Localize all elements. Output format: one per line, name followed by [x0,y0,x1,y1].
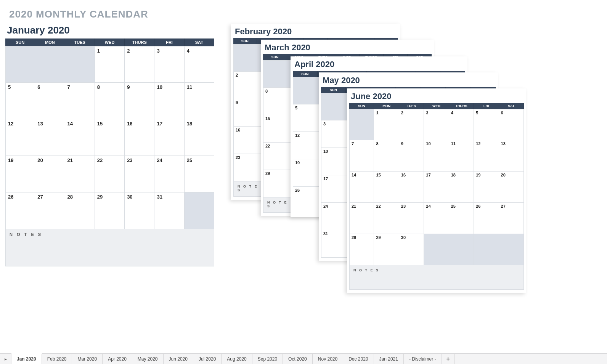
sheet-tab[interactable]: Oct 2020 [283,354,313,364]
calendar-cell[interactable]: 17 [424,172,449,203]
sheet-tab[interactable]: May 2020 [132,354,164,364]
calendar-cell[interactable]: 19 [474,172,499,203]
calendar-cell[interactable]: 15 [95,119,125,156]
calendar-cell[interactable]: 25 [185,156,214,192]
calendar-cell[interactable] [424,234,449,265]
calendar-cell[interactable]: 5 [5,83,35,119]
calendar-cell[interactable]: 16 [233,127,263,154]
calendar-cell[interactable]: 24 [424,203,449,234]
calendar-cell[interactable]: 13 [35,119,65,156]
sheet-tab[interactable]: Jan 2020 [11,353,42,364]
calendar-cell[interactable]: 22 [95,156,125,192]
calendar-cell[interactable]: 23 [125,156,154,192]
calendar-cell[interactable]: 26 [293,187,323,214]
calendar-cell[interactable] [449,234,474,265]
calendar-cell[interactable]: 5 [474,109,499,140]
calendar-cell[interactable]: 30 [399,234,424,265]
calendar-cell[interactable]: 7 [349,140,374,172]
calendar-cell[interactable]: 29 [263,170,293,197]
calendar-cell[interactable] [185,192,214,229]
calendar-cell[interactable] [321,93,351,120]
calendar-cell[interactable]: 26 [5,192,35,229]
calendar-cell[interactable]: 21 [349,203,374,234]
calendar-cell[interactable]: 22 [374,203,399,234]
calendar-cell[interactable]: 28 [349,234,374,265]
calendar-cell[interactable]: 8 [374,140,399,172]
sheet-tab[interactable]: Feb 2020 [42,354,72,364]
calendar-cell[interactable]: 1 [95,46,125,83]
calendar-cell[interactable]: 3 [321,120,351,148]
calendar-cell[interactable]: 15 [374,172,399,203]
calendar-cell[interactable]: 6 [499,109,524,140]
calendar-cell[interactable]: 13 [499,140,524,172]
calendar-cell[interactable]: 19 [293,159,323,187]
calendar-cell[interactable]: 14 [65,119,95,156]
notes-section[interactable]: N O T E S [233,181,263,197]
calendar-cell[interactable]: 2 [399,109,424,140]
calendar-cell[interactable]: 26 [474,203,499,234]
sheet-tab[interactable]: Jan 2021 [374,354,404,364]
calendar-cell[interactable] [233,44,263,72]
calendar-cell[interactable]: 12 [5,119,35,156]
calendar-cell[interactable]: 16 [125,119,154,156]
calendar-cell[interactable]: 31 [321,230,351,258]
calendar-cell[interactable]: 3 [154,46,184,83]
notes-section[interactable]: N O T E S [263,197,293,213]
calendar-cell[interactable]: 24 [154,156,184,192]
calendar-cell[interactable]: 27 [35,192,65,229]
calendar-cell[interactable]: 19 [5,156,35,192]
calendar-cell[interactable] [35,46,65,83]
sheet-tab[interactable]: Mar 2020 [72,354,103,364]
calendar-cell[interactable]: 8 [95,83,125,119]
calendar-cell[interactable]: 2 [125,46,154,83]
calendar-cell[interactable] [349,109,374,140]
calendar-cell[interactable]: 10 [321,148,351,175]
calendar-cell[interactable]: 18 [449,172,474,203]
calendar-cell[interactable]: 20 [499,172,524,203]
calendar-cell[interactable]: 22 [263,143,293,170]
calendar-cell[interactable]: 29 [374,234,399,265]
calendar-cell[interactable]: 4 [185,46,214,83]
sheet-tab[interactable]: Apr 2020 [103,354,132,364]
calendar-cell[interactable]: 31 [154,192,184,229]
sheet-tab[interactable]: Aug 2020 [222,354,252,364]
calendar-cell[interactable]: 12 [293,132,323,159]
calendar-cell[interactable]: 7 [65,83,95,119]
add-sheet-button[interactable]: + [442,354,455,364]
calendar-cell[interactable]: 1 [374,109,399,140]
calendar-cell[interactable]: 15 [263,115,293,143]
sheet-tab[interactable]: Dec 2020 [343,354,374,364]
notes-section[interactable]: N O T E S [349,265,524,290]
calendar-cell[interactable] [65,46,95,83]
calendar-cell[interactable]: 2 [233,72,263,99]
calendar-cell[interactable]: 3 [424,109,449,140]
calendar-cell[interactable]: 8 [263,88,293,115]
calendar-cell[interactable]: 17 [321,175,351,203]
sheet-tab[interactable]: Nov 2020 [313,354,343,364]
calendar-cell[interactable]: 10 [154,83,184,119]
calendar-cell[interactable]: 23 [233,154,263,181]
calendar-cell[interactable]: 4 [449,109,474,140]
calendar-cell[interactable] [293,77,323,104]
sheet-tab[interactable]: Sep 2020 [252,354,283,364]
calendar-cell[interactable] [5,46,35,83]
calendar-cell[interactable]: 10 [424,140,449,172]
calendar-cell[interactable]: 17 [154,119,184,156]
calendar-cell[interactable]: 24 [321,203,351,230]
calendar-cell[interactable]: 14 [349,172,374,203]
calendar-cell[interactable]: 25 [449,203,474,234]
calendar-cell[interactable]: 5 [293,104,323,132]
calendar-cell[interactable] [499,234,524,265]
calendar-cell[interactable]: 18 [185,119,214,156]
calendar-cell[interactable]: 9 [233,99,263,127]
calendar-cell[interactable]: 11 [449,140,474,172]
notes-section[interactable]: N O T E S [5,229,214,266]
calendar-cell[interactable]: 11 [185,83,214,119]
calendar-cell[interactable]: 23 [399,203,424,234]
tab-nav-icon[interactable]: ▸ [0,354,11,364]
sheet-tab[interactable]: Jul 2020 [193,354,222,364]
sheet-tab[interactable]: - Disclaimer - [404,354,442,364]
calendar-cell[interactable]: 30 [125,192,154,229]
calendar-cell[interactable] [474,234,499,265]
calendar-cell[interactable]: 21 [65,156,95,192]
